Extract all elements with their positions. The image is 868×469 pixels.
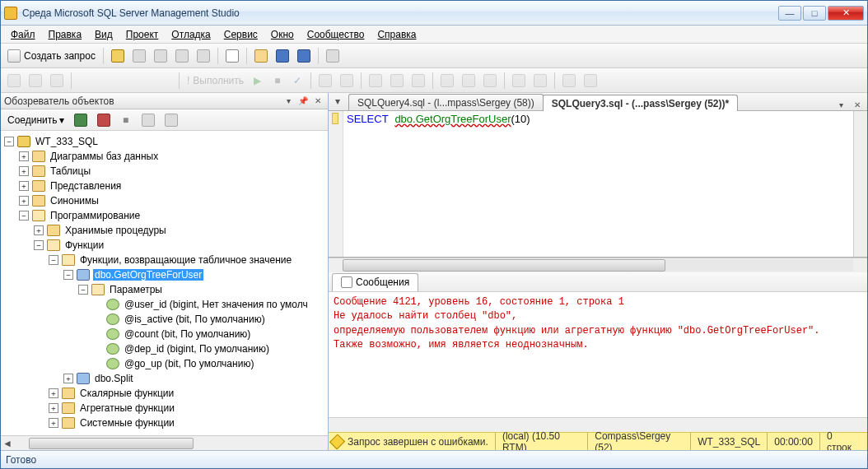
save-icon (276, 49, 289, 63)
refresh-icon (142, 114, 155, 127)
execute-button: ! Выполнить (184, 72, 247, 90)
tree-system-funcs[interactable]: +Системные функции (1, 416, 328, 430)
toolbar-new-file[interactable] (222, 47, 242, 65)
tree-table-funcs[interactable]: −Функции, возвращающие табличное значени… (1, 253, 328, 267)
messages-pane[interactable]: Сообщение 4121, уровень 16, состояние 1,… (329, 292, 867, 417)
tree-fn-split[interactable]: +dbo.Split (1, 371, 328, 386)
new-query-button[interactable]: Создать запрос (4, 47, 99, 65)
toolbar-db-button[interactable] (108, 47, 128, 65)
filter-icon (165, 114, 178, 127)
messages-tab[interactable]: Сообщения (332, 273, 418, 291)
generic-icon (483, 74, 497, 87)
refresh-button[interactable] (138, 111, 158, 129)
activity-icon (326, 49, 339, 63)
tree-tables[interactable]: +Таблицы (1, 164, 328, 179)
tree-param[interactable]: @go_up (bit, По умолчанию) (1, 356, 328, 371)
qt-btn-c (366, 72, 385, 90)
change-marker-icon (332, 113, 338, 124)
filter-button[interactable] (161, 111, 181, 129)
status-login: Compass\Sergey (52) (587, 433, 690, 450)
toolbar-btn-5[interactable] (194, 47, 213, 65)
panel-pin[interactable]: 📌 (296, 95, 310, 107)
tree-hscrollbar[interactable]: ◄ (1, 435, 328, 450)
disconnect-button[interactable] (94, 111, 114, 129)
toolbar-save[interactable] (273, 47, 292, 65)
close-button[interactable]: ✕ (828, 6, 864, 21)
tab-sqlquery3[interactable]: SQLQuery3.sql - (...pass\Sergey (52))* (543, 95, 738, 111)
new-query-icon (7, 49, 21, 63)
query-statusbar: Запрос завершен с ошибками. (local) (10.… (329, 432, 867, 450)
qt-btn-1 (4, 72, 24, 90)
menubar: Файл Правка Вид Проект Отладка Сервис Ок… (1, 26, 867, 44)
menu-debug[interactable]: Отладка (165, 27, 217, 42)
folder-open-icon (91, 284, 105, 295)
editor-hscrollbar[interactable] (329, 258, 867, 272)
menu-view[interactable]: Вид (88, 27, 119, 42)
tree-functions[interactable]: −Функции (1, 238, 328, 253)
tree-param[interactable]: @is_active (bit, По умолчанию) (1, 312, 328, 327)
folder-icon (62, 417, 75, 429)
toolbar-activity[interactable] (323, 47, 343, 65)
toolbar-open[interactable] (251, 47, 271, 65)
connect-icon-button[interactable] (71, 111, 91, 129)
tree-db-node[interactable]: −WT_333_SQL (1, 134, 328, 149)
menu-community[interactable]: Сообщество (301, 27, 371, 42)
folder-icon (32, 195, 45, 207)
status-ready: Готово (6, 454, 36, 466)
panel-close[interactable]: ✕ (311, 95, 324, 107)
stop-conn-button[interactable]: ■ (117, 111, 135, 129)
toolbar-btn-2[interactable] (129, 47, 149, 65)
messages-icon (341, 276, 352, 288)
connect-button[interactable]: Соединить ▾ (4, 111, 68, 129)
menu-project[interactable]: Проект (119, 27, 166, 42)
maximize-button[interactable]: □ (803, 6, 826, 21)
toolbar-saveall[interactable] (294, 47, 314, 65)
panel-dropdown[interactable]: ▾ (282, 95, 295, 107)
object-tree[interactable]: −WT_333_SQL +Диаграммы баз данных +Табли… (1, 131, 328, 435)
tree-diagrams[interactable]: +Диаграммы баз данных (1, 149, 328, 164)
parameter-icon (106, 299, 119, 310)
tabs-dropdown[interactable]: ▾ (332, 95, 343, 107)
toolbar-btn-4[interactable] (172, 47, 192, 65)
folder-icon (47, 225, 60, 236)
editor-vscrollbar[interactable] (853, 111, 867, 257)
menu-edit[interactable]: Правка (42, 27, 89, 42)
status-elapsed: 00:00:00 (767, 433, 819, 450)
qt-indent-inc (530, 72, 550, 90)
tree-programmability[interactable]: −Программирование (1, 208, 328, 223)
toolbar-btn-3[interactable] (151, 47, 170, 65)
tab-sqlquery4[interactable]: SQLQuery4.sql - (l...mpass\Sergey (58)) (348, 94, 544, 110)
tree-param[interactable]: @dep_id (bigint, По умолчанию) (1, 341, 328, 356)
tree-parameters[interactable]: −Параметры (1, 282, 328, 297)
tree-fn-getorgtree[interactable]: −dbo.GetOrgTreeForUser (1, 267, 328, 282)
menu-window[interactable]: Окно (264, 27, 301, 42)
qt-btn-a (315, 72, 335, 90)
warning-icon (329, 434, 345, 449)
tree-stored-procs[interactable]: +Хранимые процедуры (1, 223, 328, 238)
code-area[interactable]: SELECT dbo.GetOrgTreeForUser(10) (343, 111, 853, 257)
tree-param[interactable]: @count (bit, По умолчанию) (1, 327, 328, 341)
tree-views[interactable]: +Представления (1, 179, 328, 193)
tree-scalar-funcs[interactable]: +Скалярные функции (1, 386, 328, 401)
toolbar-separator (179, 72, 180, 89)
toolbar-separator (310, 72, 311, 89)
editor-tabs: ▾ SQLQuery4.sql - (l...mpass\Sergey (58)… (329, 93, 867, 111)
minimize-button[interactable]: — (778, 6, 801, 21)
generic-icon (133, 49, 146, 63)
editor-margin (329, 111, 343, 257)
tab-close[interactable]: ✕ (851, 99, 864, 110)
disconnect-icon (97, 114, 110, 127)
tree-aggregate-funcs[interactable]: +Агрегатные функции (1, 401, 328, 416)
sql-editor[interactable]: SELECT dbo.GetOrgTreeForUser(10) (329, 111, 867, 258)
menu-service[interactable]: Сервис (217, 27, 264, 42)
status-summary: Запрос завершен с ошибками. (348, 433, 495, 450)
menu-file[interactable]: Файл (4, 27, 42, 42)
tree-synonyms[interactable]: +Синонимы (1, 193, 328, 208)
folder-open-icon (254, 49, 268, 63)
qt-btn-d (387, 72, 407, 90)
tree-param[interactable]: @user_id (bigint, Нет значения по умолч (1, 297, 328, 312)
parameter-icon (106, 343, 119, 355)
menu-help[interactable]: Справка (371, 27, 422, 42)
tabs-overflow[interactable]: ▾ (834, 99, 847, 110)
page-icon (226, 49, 239, 63)
